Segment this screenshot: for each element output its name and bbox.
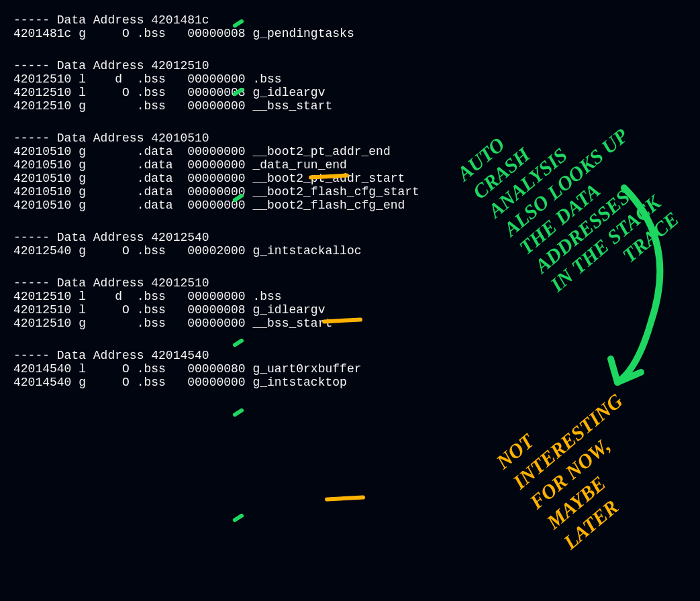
symbol-row: 42012510 g .bss 00000000 __bss_start	[13, 317, 687, 330]
crash-dump-output: ----- Data Address 4201481c4201481c g O …	[13, 13, 687, 389]
symbol-row: 42010510 g .data 00000000 __boot2_flash_…	[13, 199, 687, 212]
symbol-row: 42010510 g .data 00000000 __boot2_pt_add…	[13, 145, 687, 158]
symbol-row: 42012510 l O .bss 00000008 g_idleargv	[13, 86, 687, 99]
annotation-yellow: NOT INTERESTING FOR NOW, MAYBE LATER	[491, 368, 679, 555]
symbol-row: 42012510 l O .bss 00000008 g_idleargv	[13, 303, 687, 317]
anno-line: INTERESTING	[507, 388, 628, 495]
section-header: ----- Data Address 42012510	[13, 276, 687, 290]
anno-line: FOR NOW,	[524, 408, 645, 515]
symbol-row: 42012510 l d .bss 00000000 .bss	[13, 290, 687, 303]
address-section: ----- Data Address 4201051042010510 g .d…	[13, 131, 687, 212]
checkmark-icon	[230, 408, 247, 425]
address-section: ----- Data Address 4201454042014540 l O …	[13, 349, 687, 389]
symbol-row: 42014540 l O .bss 00000080 g_uart0rxbuff…	[13, 362, 687, 376]
section-header: ----- Data Address 42012510	[13, 59, 687, 72]
symbol-row: 42010510 g .data 00000000 __boot2_flash_…	[13, 185, 687, 199]
checkmark-icon	[230, 513, 247, 531]
symbol-row: 42012540 g O .bss 00002000 g_intstackall…	[13, 244, 687, 258]
anno-line: MAYBE	[541, 428, 662, 535]
address-section: ----- Data Address 4201251042012510 l d …	[13, 276, 687, 330]
address-section: ----- Data Address 4201481c4201481c g O …	[13, 13, 687, 40]
symbol-row: 42012510 g .bss 00000000 __bss_start	[13, 99, 687, 113]
symbol-row: 4201481c g O .bss 00000008 g_pendingtask…	[13, 27, 687, 40]
section-header: ----- Data Address 42012540	[13, 231, 687, 244]
section-header: ----- Data Address 4201481c	[13, 13, 687, 27]
section-header: ----- Data Address 42014540	[13, 349, 687, 362]
section-header: ----- Data Address 42010510	[13, 131, 687, 145]
anno-line: LATER	[558, 447, 679, 555]
symbol-row: 42010510 g .data 00000000 __boot2_pt_add…	[13, 172, 687, 185]
symbol-row: 42014540 g O .bss 00000000 g_intstacktop	[13, 376, 687, 389]
underline-mark	[325, 495, 365, 501]
address-section: ----- Data Address 4201251042012510 l d …	[13, 59, 687, 113]
symbol-row: 42010510 g .data 00000000 _data_run_end	[13, 158, 687, 172]
symbol-row: 42012510 l d .bss 00000000 .bss	[13, 72, 687, 86]
address-section: ----- Data Address 4201254042012540 g O …	[13, 231, 687, 258]
